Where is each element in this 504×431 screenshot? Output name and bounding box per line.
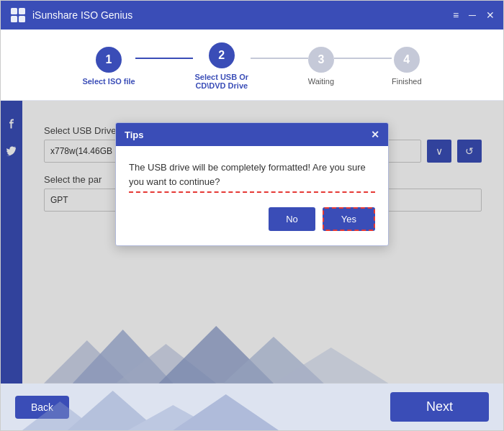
step-4-label: Finished <box>392 77 422 86</box>
app-window: iSunshare ISO Genius ≡ ─ ✕ 1 Select ISO … <box>0 0 504 431</box>
step-1-label: Select ISO file <box>82 77 135 86</box>
tips-dialog: Tips ✕ The USB drive will be completely … <box>115 122 389 246</box>
dialog-title: Tips <box>125 130 144 140</box>
no-button[interactable]: No <box>269 207 315 231</box>
svg-rect-0 <box>11 8 17 14</box>
connector-1-2 <box>135 58 193 59</box>
yes-button[interactable]: Yes <box>323 207 375 231</box>
svg-rect-3 <box>19 16 25 22</box>
step-2-circle: 2 <box>209 42 235 68</box>
dialog-close-button[interactable]: ✕ <box>371 129 379 140</box>
step-3-circle: 3 <box>308 47 334 73</box>
dialog-message: The USB drive will be completely formatt… <box>129 160 375 189</box>
connector-2-3 <box>251 58 308 59</box>
window-controls: ≡ ─ ✕ <box>453 9 495 21</box>
dialog-overlay: Tips ✕ The USB drive will be completely … <box>1 101 503 384</box>
svg-marker-13 <box>173 394 279 430</box>
dialog-title-bar: Tips ✕ <box>116 123 388 146</box>
step-1-circle: 1 <box>96 47 122 73</box>
step-2-label: Select USB Or CD\DVD Drive <box>193 73 251 90</box>
close-button[interactable]: ✕ <box>486 9 495 21</box>
dialog-body: The USB drive will be completely formatt… <box>116 146 388 245</box>
bottom-bar: Back Next <box>1 384 503 430</box>
step-4: 4 Finished <box>392 47 422 86</box>
dialog-buttons: No Yes <box>129 207 375 235</box>
step-4-circle: 4 <box>394 47 420 73</box>
title-bar: iSunshare ISO Genius ≡ ─ ✕ <box>1 1 503 30</box>
minimize-button[interactable]: ─ <box>469 9 476 21</box>
step-3-label: Waiting <box>308 77 334 86</box>
app-logo-icon <box>9 6 27 24</box>
next-button[interactable]: Next <box>390 392 489 422</box>
step-bar: 1 Select ISO file 2 Select USB Or CD\DVD… <box>1 30 503 101</box>
main-content: Select USB Drive: ∨ ↺ Select the par <box>1 101 503 384</box>
dialog-underline <box>129 191 375 193</box>
step-3: 3 Waiting <box>308 47 334 86</box>
svg-rect-2 <box>11 16 17 22</box>
connector-3-4 <box>334 58 392 59</box>
step-2: 2 Select USB Or CD\DVD Drive <box>193 42 251 90</box>
step-1: 1 Select ISO file <box>82 47 135 86</box>
svg-rect-1 <box>19 8 25 14</box>
app-title: iSunshare ISO Genius <box>32 9 453 21</box>
menu-icon[interactable]: ≡ <box>453 9 459 21</box>
